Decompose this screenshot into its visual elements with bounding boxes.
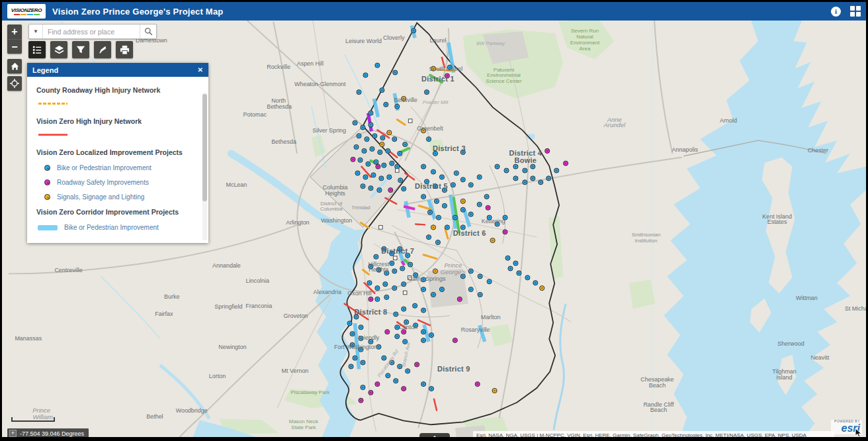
project-marker-center bbox=[494, 390, 496, 392]
search-widget: ▼ bbox=[28, 24, 157, 39]
project-marker[interactable] bbox=[393, 256, 397, 260]
map-label: Bethel bbox=[146, 413, 163, 420]
zoom-control: + − bbox=[7, 24, 22, 54]
legend-widget-button[interactable] bbox=[28, 41, 46, 58]
project-marker-center bbox=[362, 126, 364, 128]
map-label: Piscataway Park bbox=[291, 389, 330, 395]
map-label: Cloverly bbox=[383, 34, 405, 41]
project-marker-center bbox=[436, 201, 438, 203]
project-marker-center bbox=[379, 152, 381, 154]
district-label: District 8 bbox=[355, 308, 388, 316]
project-marker-center bbox=[362, 185, 364, 187]
project-marker-center bbox=[365, 176, 367, 178]
project-marker-center bbox=[433, 294, 435, 296]
legend-panel-header[interactable]: Legend ✕ bbox=[27, 63, 208, 77]
print-widget-button[interactable] bbox=[116, 41, 133, 58]
map-label: Aspen Hill bbox=[297, 60, 324, 67]
project-marker-center bbox=[470, 289, 472, 291]
zoom-out-button[interactable]: − bbox=[7, 39, 22, 54]
project-marker[interactable] bbox=[408, 119, 412, 123]
project-marker-center bbox=[431, 334, 433, 336]
info-icon[interactable]: i bbox=[831, 7, 841, 17]
map-label: Marlton bbox=[481, 314, 501, 320]
page-title: Vision Zero Prince George's Project Map bbox=[52, 7, 223, 17]
county-hin-line-symbol bbox=[38, 102, 68, 105]
project-marker-center bbox=[383, 357, 385, 359]
project-marker[interactable] bbox=[379, 226, 383, 230]
legend-scrollbar[interactable] bbox=[202, 93, 207, 240]
project-marker-center bbox=[359, 159, 361, 161]
project-marker-center bbox=[441, 289, 443, 291]
map-label: Smithsonian bbox=[632, 232, 661, 238]
project-marker-center bbox=[386, 331, 388, 333]
legend-section-heading: Vision Zero Localized Improvement Projec… bbox=[36, 148, 198, 156]
project-marker-center bbox=[358, 135, 360, 137]
zoom-in-button[interactable]: + bbox=[7, 24, 22, 39]
project-marker-center bbox=[369, 282, 370, 284]
project-marker-center bbox=[431, 388, 433, 390]
project-marker-center bbox=[387, 150, 389, 152]
project-marker-center bbox=[355, 316, 357, 318]
map-label: Springfield bbox=[214, 303, 242, 310]
project-marker[interactable] bbox=[403, 291, 407, 295]
project-marker-center bbox=[541, 287, 543, 289]
draw-widget-button[interactable] bbox=[94, 41, 111, 58]
district-label: District 7 bbox=[381, 247, 414, 255]
map-label: Environment bbox=[570, 40, 600, 46]
attribute-table-tab[interactable] bbox=[419, 433, 450, 441]
project-marker-center bbox=[404, 144, 406, 146]
home-extent-button[interactable] bbox=[7, 59, 22, 74]
map-label: Estates bbox=[767, 219, 787, 225]
layer-list-widget-button[interactable] bbox=[50, 41, 67, 58]
map-label: Manassas bbox=[15, 335, 42, 342]
project-marker-center bbox=[396, 326, 398, 328]
project-marker-center bbox=[354, 122, 356, 124]
map-label: Oxon Hill bbox=[347, 290, 371, 297]
project-marker-center bbox=[372, 174, 374, 176]
project-marker[interactable] bbox=[395, 169, 399, 173]
app-launcher-icon[interactable] bbox=[850, 6, 861, 17]
vision-zero-logo: VISIONZERO bbox=[7, 4, 46, 19]
project-marker-center bbox=[470, 184, 472, 186]
project-marker-center bbox=[370, 112, 372, 114]
project-marker-center bbox=[470, 213, 472, 215]
project-marker-center bbox=[377, 166, 379, 168]
project-marker-center bbox=[370, 187, 372, 189]
project-marker-center bbox=[423, 289, 425, 291]
app-header: VISIONZERO Vision Zero Prince George's P… bbox=[2, 2, 866, 21]
project-marker-center bbox=[387, 375, 389, 377]
search-input[interactable] bbox=[43, 24, 140, 38]
project-marker-center bbox=[433, 171, 435, 173]
red-network-segment[interactable] bbox=[415, 224, 425, 224]
map-label: Neavitt bbox=[810, 354, 829, 361]
close-icon[interactable]: ✕ bbox=[198, 66, 203, 74]
map-label: Wittman bbox=[796, 295, 818, 301]
get-coordinates-icon[interactable]: + bbox=[9, 430, 17, 437]
project-marker-center bbox=[350, 366, 352, 368]
search-icon bbox=[144, 27, 153, 36]
project-marker-center bbox=[403, 188, 405, 190]
map-label: Friendly bbox=[359, 334, 380, 341]
project-marker-center bbox=[363, 150, 365, 152]
project-marker-center bbox=[507, 257, 509, 259]
legend-item: Signals, Signage and Lighting bbox=[44, 193, 198, 201]
project-marker-center bbox=[351, 333, 353, 335]
map-label: Annandale bbox=[212, 262, 241, 269]
project-marker-center bbox=[416, 364, 418, 366]
project-marker-center bbox=[524, 181, 526, 183]
project-marker-center bbox=[396, 166, 398, 168]
project-marker-center bbox=[438, 217, 440, 219]
my-location-button[interactable] bbox=[7, 76, 22, 91]
filter-widget-button[interactable] bbox=[72, 41, 89, 58]
legend-scrollbar-thumb[interactable] bbox=[202, 94, 207, 201]
project-marker-center bbox=[459, 299, 461, 301]
project-marker-center bbox=[556, 170, 558, 172]
search-button[interactable] bbox=[140, 24, 156, 38]
project-marker-center bbox=[433, 226, 435, 228]
coordinate-widget: + -77.504 39.046 Degrees bbox=[7, 428, 89, 438]
search-source-dropdown[interactable]: ▼ bbox=[29, 24, 43, 38]
project-marker-center bbox=[376, 287, 378, 289]
map-label: Kettering bbox=[482, 218, 505, 224]
map-label: Franconia bbox=[245, 303, 272, 309]
map-label: Columbia bbox=[320, 206, 343, 212]
